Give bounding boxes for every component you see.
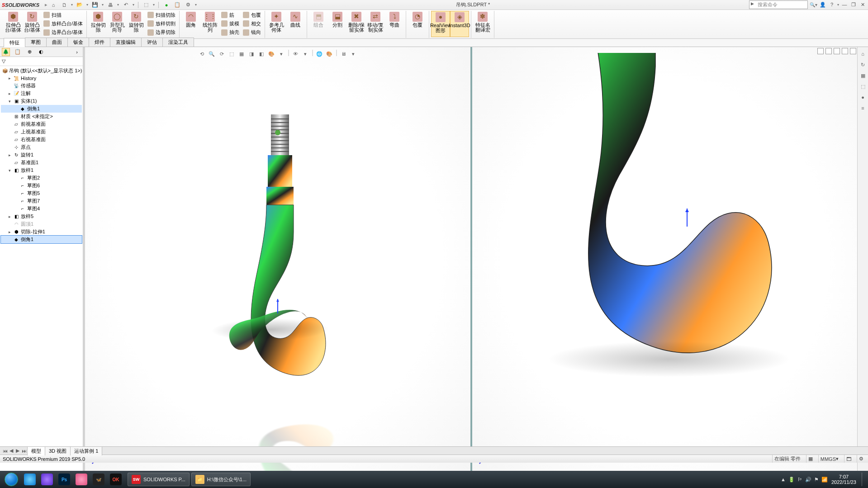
ribbon-拉伸凸台基体[interactable]: ⬢拉伸凸台/基体 xyxy=(4,11,23,37)
taskpane-icon[interactable]: ⌂ xyxy=(859,50,867,58)
taskpane-icon[interactable]: ≡ xyxy=(859,104,867,112)
sb-flag-1[interactable]: 🗔 xyxy=(844,455,853,463)
options-button[interactable]: ⚙ xyxy=(184,1,192,9)
tree-root[interactable]: 📦 吊钩 (默认<<默认>_显示状态 1>) xyxy=(1,67,82,75)
tab-nav[interactable]: ▶ xyxy=(14,448,21,454)
hud-btn[interactable]: 🖥 xyxy=(339,50,347,58)
tree-倒角1[interactable]: ◆倒角1 xyxy=(1,236,82,243)
sb-icon[interactable]: ▦ xyxy=(806,455,815,463)
tray-icon[interactable]: ⚑ xyxy=(814,477,819,483)
ribbon-放样凸台基体[interactable]: 放样凸台/基体 xyxy=(43,20,84,28)
restore-button[interactable]: ❐ xyxy=(850,2,857,8)
bottom-tab-模型[interactable]: 模型 xyxy=(27,446,45,455)
hud-btn[interactable]: ⟲ xyxy=(198,50,206,58)
tree-圆顶1[interactable]: ◠圆顶1 xyxy=(1,220,82,228)
ribbon-RealView图形[interactable]: ●RealView图形 xyxy=(431,11,450,37)
panel-more-icon[interactable]: › xyxy=(73,48,81,56)
open-button[interactable]: 📂 xyxy=(76,1,84,9)
hud-btn[interactable]: ⟳ xyxy=(218,50,226,58)
taskbar-app-2[interactable] xyxy=(39,473,55,486)
property-tab-icon[interactable]: 📋 xyxy=(14,48,22,56)
tab-钣金[interactable]: 钣金 xyxy=(67,38,89,47)
tray-icon[interactable]: 🔋 xyxy=(788,477,795,483)
new-button[interactable]: 🗋 xyxy=(60,1,68,9)
tree-草图7[interactable]: ⌐草图7 xyxy=(1,197,82,205)
ribbon-弯曲[interactable]: ⤵弯曲 xyxy=(385,11,404,37)
tree-放样1[interactable]: ▾◧放样1 xyxy=(1,166,82,174)
rebuild-button[interactable]: ● xyxy=(162,1,171,9)
hud-btn[interactable]: 🎨 xyxy=(325,50,333,58)
tab-直接编辑[interactable]: 直接编辑 xyxy=(110,38,142,47)
save-button[interactable]: 💾 xyxy=(91,1,99,9)
vp-max-icon[interactable] xyxy=(834,48,840,54)
tab-评估[interactable]: 评估 xyxy=(141,38,163,47)
tree-旋转1[interactable]: ▸↻旋转1 xyxy=(1,151,82,159)
ribbon-组合[interactable]: ⬒组合 xyxy=(309,11,328,37)
ribbon-曲线[interactable]: ∿曲线 xyxy=(286,11,305,37)
tree-传感器[interactable]: 📡传感器 xyxy=(1,82,82,90)
print-button[interactable]: 🖶 xyxy=(106,1,114,9)
tree-草图6[interactable]: ⌐草图6 xyxy=(1,182,82,190)
start-button[interactable] xyxy=(3,471,20,488)
tree-右视基准面[interactable]: ▱右视基准面 xyxy=(1,136,82,143)
tree-草图4[interactable]: ⌐草图4 xyxy=(1,205,82,213)
ribbon-拔模[interactable]: 拔模 xyxy=(220,20,240,28)
undo-button[interactable]: ↶ xyxy=(122,1,130,9)
tab-曲面[interactable]: 曲面 xyxy=(46,38,68,47)
doc-props-button[interactable]: 📋 xyxy=(173,1,181,9)
ribbon-筋[interactable]: 筋 xyxy=(220,11,240,19)
tree-实体(1)[interactable]: ▾▣实体(1) xyxy=(1,97,82,105)
ribbon-抽壳[interactable]: 抽壳 xyxy=(220,28,240,36)
taskbar-app-5[interactable]: OK xyxy=(108,473,124,486)
dimxpert-tab-icon[interactable]: ◐ xyxy=(37,48,45,56)
hud-btn[interactable]: ▾ xyxy=(277,50,285,58)
ribbon-分割[interactable]: ⬓分割 xyxy=(328,11,347,37)
bottom-tab-运动算例 1[interactable]: 运动算例 1 xyxy=(70,446,102,455)
tab-nav[interactable]: ⏭ xyxy=(21,448,27,454)
feature-tree-tab-icon[interactable]: 🌲 xyxy=(2,48,10,56)
tree-上视基准面[interactable]: ▱上视基准面 xyxy=(1,128,82,136)
ribbon-特征名翻译宏[interactable]: ✽特征名翻译宏 xyxy=(473,11,492,37)
tray-icon[interactable]: 🔊 xyxy=(805,477,811,483)
minimize-button[interactable]: — xyxy=(841,2,848,8)
tree-放样5[interactable]: ▸◧放样5 xyxy=(1,213,82,220)
ribbon-包覆[interactable]: ◔包覆 xyxy=(408,11,427,37)
taskbar-app-1[interactable] xyxy=(22,473,38,486)
ribbon-包覆[interactable]: 包覆 xyxy=(242,11,262,19)
ribbon-镜向[interactable]: 镜向 xyxy=(242,28,262,36)
tab-渲染工具[interactable]: 渲染工具 xyxy=(162,38,194,47)
tree-filter[interactable]: ▽ xyxy=(0,57,83,66)
tree-基准面1[interactable]: ▱基准面1 xyxy=(1,159,82,166)
tree-前视基准面[interactable]: ▱前视基准面 xyxy=(1,120,82,128)
tab-焊件[interactable]: 焊件 xyxy=(89,38,110,47)
tree-注解[interactable]: ▸📝注解 xyxy=(1,90,82,97)
vp-min-icon[interactable] xyxy=(825,48,832,54)
vp-close-icon[interactable] xyxy=(850,48,856,54)
units-selector[interactable]: MMGS ▾ xyxy=(818,455,840,463)
taskbar-ps[interactable]: Ps xyxy=(56,473,72,486)
hud-btn[interactable]: ▦ xyxy=(237,50,246,58)
tree-History[interactable]: ▸📜History xyxy=(1,75,82,82)
ribbon-Instant3D[interactable]: ◈Instant3D xyxy=(450,11,469,37)
ribbon-拉伸切除[interactable]: ⬢拉伸切除 xyxy=(89,11,108,37)
ribbon-扫描[interactable]: 扫描 xyxy=(43,11,84,19)
tray-icon[interactable]: ▲ xyxy=(781,477,786,483)
tree-草图2[interactable]: ⌐草图2 xyxy=(1,174,82,182)
clock[interactable]: 7:07 2022/11/23 xyxy=(831,474,858,485)
tree-原点[interactable]: ⊹原点 xyxy=(1,143,82,151)
tree-草图5[interactable]: ⌐草图5 xyxy=(1,190,82,197)
ribbon-异型孔向导[interactable]: ◯异型孔向导 xyxy=(108,11,127,37)
select-button[interactable]: ⬚ xyxy=(142,1,150,9)
ribbon-圆角[interactable]: ◠圆角 xyxy=(181,11,200,37)
ribbon-相交[interactable]: 相交 xyxy=(242,20,262,28)
help-button[interactable]: ? xyxy=(828,2,835,8)
hud-btn[interactable]: ▾ xyxy=(349,50,357,58)
taskbar-app-3[interactable] xyxy=(73,473,90,486)
taskpane-icon[interactable]: ▦ xyxy=(859,71,867,80)
taskbar-app-4[interactable]: 🦋 xyxy=(90,473,107,486)
config-tab-icon[interactable]: ⊕ xyxy=(25,48,33,56)
hud-btn[interactable]: 🎨 xyxy=(267,50,275,58)
close-button[interactable]: ✕ xyxy=(859,2,866,8)
bottom-tab-3D 视图[interactable]: 3D 视图 xyxy=(45,446,71,455)
vp-single-icon[interactable] xyxy=(817,48,824,54)
